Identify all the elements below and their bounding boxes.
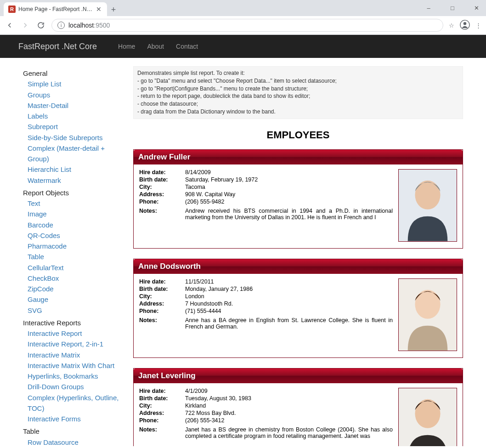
close-tab-icon[interactable]: ✕ (95, 6, 102, 13)
field-row: Address:7 Houndstooth Rd. (139, 301, 393, 307)
field-value: Monday, January 27, 1986 (185, 286, 393, 292)
sidebar-item[interactable]: Simple List (23, 79, 119, 89)
instruction-line: - return to the report page, doubleclick… (137, 92, 459, 100)
nav-link-contact[interactable]: Contact (176, 43, 198, 50)
nav-link-home[interactable]: Home (118, 43, 135, 50)
sidebar-item[interactable]: Barcode (23, 220, 119, 230)
field-value: 8/14/2009 (185, 169, 393, 176)
sidebar-item[interactable]: QR-Codes (23, 230, 119, 241)
notes-value: Anne has a BA degree in English from St.… (185, 317, 393, 330)
field-label: Hire date: (139, 169, 185, 176)
field-label: Notes: (139, 426, 185, 439)
svg-point-5 (415, 290, 440, 319)
report-title: EMPLOYEES (133, 129, 463, 141)
maximize-button[interactable]: □ (446, 3, 459, 13)
sidebar-item[interactable]: Image (23, 209, 119, 219)
employee-photo (398, 169, 457, 242)
sidebar-item[interactable]: Drill-Down Groups (23, 381, 119, 392)
sidebar-heading: General (23, 68, 119, 79)
window-controls: – □ ✕ (422, 3, 483, 13)
sidebar-item[interactable]: CellularText (23, 262, 119, 273)
notes-value: Janet has a BS degree in chemistry from … (185, 426, 393, 439)
sidebar-item[interactable]: Row Datasource (23, 437, 119, 447)
notes-row: Notes:Janet has a BS degree in chemistry… (139, 426, 393, 439)
sidebar-item[interactable]: Complex (Hyperlinks, Outline, TOC) (23, 392, 119, 414)
sidebar-item[interactable]: Groups (23, 90, 119, 100)
field-label: Hire date: (139, 388, 185, 394)
field-label: Notes: (139, 208, 185, 221)
sidebar-item[interactable]: Watermark (23, 175, 119, 186)
field-row: Birth date:Monday, January 27, 1986 (139, 286, 393, 292)
sidebar-heading: Report Objects (23, 187, 119, 198)
field-label: Birth date: (139, 395, 185, 402)
instruction-line: - go to "Data" menu and select "Choose R… (137, 77, 459, 85)
minimize-button[interactable]: – (422, 3, 435, 13)
navbar-brand[interactable]: FastReport .Net Core (18, 42, 97, 51)
sidebar: GeneralSimple ListGroupsMaster-DetailLab… (23, 66, 119, 446)
field-value: 11/15/2011 (185, 278, 393, 285)
field-row: Phone:(71) 555-4444 (139, 308, 393, 314)
field-label: City: (139, 403, 185, 409)
new-tab-button[interactable]: + (107, 3, 120, 16)
top-navbar: FastReport .Net Core Home About Contact (0, 35, 486, 58)
browser-chrome: – □ ✕ R Home Page - FastReport .Net Co ✕… (0, 0, 486, 35)
field-row: Hire date:4/1/2009 (139, 388, 393, 394)
sidebar-item[interactable]: Interactive Report, 2-in-1 (23, 339, 119, 349)
field-label: Address: (139, 191, 185, 198)
sidebar-item[interactable]: Master-Detail (23, 100, 119, 111)
kebab-menu-icon[interactable]: ⋮ (475, 22, 481, 29)
page-content: FastReport .Net Core Home About Contact … (0, 35, 486, 446)
field-value: (71) 555-4444 (185, 308, 393, 314)
sidebar-item[interactable]: Hierarchic List (23, 164, 119, 175)
sidebar-item[interactable]: Text (23, 198, 119, 209)
sidebar-item[interactable]: Subreport (23, 121, 119, 132)
field-row: Hire date:11/15/2011 (139, 278, 393, 285)
field-value: Tacoma (185, 184, 393, 190)
employee-fields: Hire date:11/15/2011Birth date:Monday, J… (139, 278, 393, 351)
account-icon[interactable] (460, 20, 470, 31)
sidebar-item[interactable]: Interactive Forms (23, 414, 119, 424)
field-value: Saturday, February 19, 1972 (185, 176, 393, 183)
address-bar[interactable]: i localhost:9500 (51, 19, 443, 32)
url-port: :9500 (94, 22, 110, 29)
employee-fields: Hire date:4/1/2009Birth date:Tuesday, Au… (139, 388, 393, 446)
instruction-line: - choose the datasource; (137, 100, 459, 108)
instruction-line: - go to "Report|Configure Bands..." menu… (137, 85, 459, 93)
sidebar-item[interactable]: Hyperlinks, Bookmarks (23, 371, 119, 381)
field-value: 908 W. Capital Way (185, 191, 393, 198)
svg-point-3 (415, 181, 440, 210)
field-row: Phone:(206) 555-3412 (139, 417, 393, 424)
field-value: 722 Moss Bay Blvd. (185, 410, 393, 416)
content-area: GeneralSimple ListGroupsMaster-DetailLab… (0, 58, 486, 446)
field-label: Phone: (139, 308, 185, 314)
sidebar-item[interactable]: CheckBox (23, 273, 119, 284)
reload-button[interactable] (36, 20, 46, 30)
sidebar-item[interactable]: Side-by-Side Subreports (23, 132, 119, 143)
sidebar-item[interactable]: Gauge (23, 294, 119, 305)
notes-row: Notes:Anne has a BA degree in English fr… (139, 317, 393, 330)
sidebar-item[interactable]: Complex (Master-detail + Group) (23, 143, 119, 164)
back-button[interactable] (5, 20, 15, 30)
browser-tab[interactable]: R Home Page - FastReport .Net Co ✕ (4, 2, 107, 16)
sidebar-item[interactable]: Interactive Matrix With Chart (23, 360, 119, 371)
employee-fields: Hire date:8/14/2009Birth date:Saturday, … (139, 169, 393, 242)
sidebar-item[interactable]: Pharmacode (23, 241, 119, 251)
field-row: Hire date:8/14/2009 (139, 169, 393, 176)
sidebar-item[interactable]: SVG (23, 305, 119, 316)
sidebar-item[interactable]: Labels (23, 111, 119, 121)
bookmark-star-icon[interactable]: ☆ (449, 22, 454, 29)
sidebar-item[interactable]: Table (23, 251, 119, 262)
field-row: Birth date:Saturday, February 19, 1972 (139, 176, 393, 183)
site-info-icon[interactable]: i (57, 22, 65, 29)
close-window-button[interactable]: ✕ (469, 3, 483, 13)
nav-link-about[interactable]: About (147, 43, 164, 50)
instruction-line: Demonstrates simple list report. To crea… (137, 69, 459, 77)
sidebar-item[interactable]: Interactive Report (23, 328, 119, 339)
field-row: City:London (139, 293, 393, 300)
employee-card: Janet LeverlingHire date:4/1/2009Birth d… (133, 368, 463, 446)
field-row: Address:722 Moss Bay Blvd. (139, 410, 393, 416)
sidebar-item[interactable]: ZipCode (23, 284, 119, 294)
sidebar-item[interactable]: Interactive Matrix (23, 350, 119, 360)
employee-body: Hire date:11/15/2011Birth date:Monday, J… (134, 274, 463, 357)
field-row: Phone:(206) 555-9482 (139, 198, 393, 205)
